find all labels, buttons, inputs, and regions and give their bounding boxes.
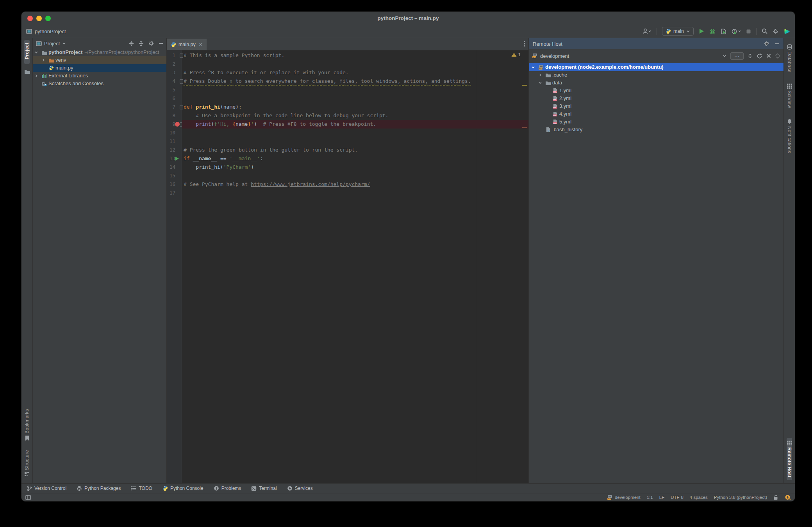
code-line-8[interactable]: # Use a breakpoint in the code line belo… <box>182 111 528 120</box>
status-1-1[interactable]: 1:1 <box>647 495 653 500</box>
status-python-3-8-pythonproject-[interactable]: Python 3.8 (pythonProject) <box>714 495 767 500</box>
expand-all-button[interactable] <box>129 41 134 46</box>
tree-row-4-yml[interactable]: YML4.yml <box>529 110 783 118</box>
toolwindow-tab-sciview[interactable]: SciView <box>787 81 792 111</box>
hide-project-panel-button[interactable] <box>159 41 163 46</box>
tree-row-main-py[interactable]: main.py <box>33 64 166 72</box>
code-line-16[interactable]: # See PyCharm help at https://www.jetbra… <box>182 180 528 189</box>
tree-row-venv[interactable]: venv <box>33 56 166 64</box>
gutter-line-5[interactable]: 5 <box>167 86 182 94</box>
toolwindow-button-python-packages[interactable]: Python Packages <box>77 486 121 491</box>
gutter-line-7[interactable]: 7 <box>167 103 182 111</box>
gutter-line-1[interactable]: 1 <box>167 51 182 60</box>
gutter-line-13[interactable]: 13 <box>167 154 182 163</box>
status-lf[interactable]: LF <box>659 495 664 500</box>
code-line-4[interactable]: # Press Double ⇧ to search everywhere fo… <box>182 77 528 86</box>
gutter-line-16[interactable]: 16 <box>167 180 182 189</box>
code-editor[interactable]: 1234567891011121314151617 # This is a sa… <box>167 50 528 483</box>
tree-row-external-libraries[interactable]: External Libraries <box>33 72 166 80</box>
search-everywhere-button[interactable] <box>762 28 768 34</box>
gutter-line-2[interactable]: 2 <box>167 60 182 68</box>
code-line-12[interactable]: # Press the green button in the gutter t… <box>182 146 528 154</box>
close-tab-icon[interactable]: ✕ <box>199 42 203 47</box>
event-status[interactable] <box>785 495 791 500</box>
gutter-line-6[interactable]: 6 <box>167 94 182 103</box>
inspections-widget[interactable]: 1 <box>511 52 521 57</box>
chevron-right-icon[interactable] <box>538 73 542 77</box>
chevron-right-icon[interactable] <box>34 74 38 78</box>
chevron-right-icon[interactable] <box>41 58 45 62</box>
gutter-line-9[interactable]: 9 <box>167 120 182 129</box>
jetbrains-logo-icon[interactable] <box>783 28 790 35</box>
unlock-status[interactable] <box>773 495 778 500</box>
code-line-5[interactable] <box>182 86 528 94</box>
status-4-spaces[interactable]: 4 spaces <box>690 495 708 500</box>
code-line-1[interactable]: # This is a sample Python script. <box>182 51 528 60</box>
debug-button[interactable] <box>709 29 716 34</box>
tree-row-3-yml[interactable]: YML3.yml <box>529 102 783 110</box>
project-panel-options-button[interactable] <box>148 41 154 46</box>
gutter-line-11[interactable]: 11 <box>167 137 182 146</box>
browse-connections-button[interactable]: ... <box>730 52 744 60</box>
code-line-13[interactable]: if __name__ == '__main__': <box>182 154 528 163</box>
collapse-all-button[interactable] <box>748 54 753 59</box>
tree-row--cache[interactable]: .cache <box>529 71 783 79</box>
code-line-11[interactable] <box>182 137 528 146</box>
remote-connection-select[interactable]: SFTP development <box>532 53 726 59</box>
chevron-down-icon[interactable] <box>531 65 535 69</box>
tree-row-1-yml[interactable]: YML1.yml <box>529 87 783 95</box>
tree-row-2-yml[interactable]: YML2.yml <box>529 95 783 102</box>
toolwindow-button-python-console[interactable]: Python Console <box>162 486 203 491</box>
remote-host-options-button[interactable] <box>764 41 769 46</box>
toolwindow-tab-project[interactable]: Project <box>24 40 30 64</box>
profiler-button[interactable] <box>732 29 741 34</box>
user-account-button[interactable] <box>642 28 651 34</box>
folder-button[interactable] <box>24 66 30 77</box>
code-line-3[interactable]: # Press ^R to execute it or replace it w… <box>182 68 528 77</box>
status-utf-8[interactable]: UTF-8 <box>671 495 684 500</box>
code-line-2[interactable] <box>182 60 528 68</box>
code-line-15[interactable] <box>182 171 528 180</box>
toolwindow-tab-bookmarks[interactable]: Bookmarks <box>24 406 30 443</box>
select-in-tree-button[interactable] <box>775 53 780 59</box>
code-line-17[interactable] <box>182 189 528 197</box>
editor-tab-main-py[interactable]: main.py ✕ <box>167 39 207 50</box>
run-configuration-select[interactable]: main <box>662 27 694 36</box>
zoom-window-button[interactable] <box>45 16 51 21</box>
toolwindow-button-services[interactable]: Services <box>287 486 313 491</box>
tree-row-development-node2-example-com-home-ubuntu-[interactable]: SFTPdevelopment (node2.example.com/home/… <box>529 63 783 71</box>
status-development[interactable]: SFTPdevelopment <box>607 495 641 500</box>
gutter-line-8[interactable]: 8 <box>167 111 182 120</box>
scrollbar-breakpoint-mark[interactable] <box>522 127 527 128</box>
code-line-7[interactable]: def print_hi(name): <box>182 103 528 111</box>
gutter-line-4[interactable]: 4 <box>167 77 182 86</box>
hide-remote-host-button[interactable] <box>775 41 780 46</box>
gutter-line-10[interactable]: 10 <box>167 129 182 137</box>
refresh-button[interactable] <box>757 53 762 59</box>
close-window-button[interactable] <box>27 16 33 21</box>
gutter-line-3[interactable]: 3 <box>167 68 182 77</box>
code-line-14[interactable]: print_hi('PyCharm') <box>182 163 528 171</box>
gutter-line-12[interactable]: 12 <box>167 146 182 154</box>
editor-gutter[interactable]: 1234567891011121314151617 <box>167 50 182 483</box>
collapse-all-button[interactable] <box>139 41 144 46</box>
tree-row-5-yml[interactable]: YML5.yml <box>529 118 783 126</box>
chevron-down-icon[interactable] <box>34 50 38 54</box>
tree-row--bash-history[interactable]: ?.bash_history <box>529 126 783 134</box>
code-line-9[interactable]: print(f'Hi, {name}') # Press ⌘F8 to togg… <box>182 120 528 129</box>
code-line-6[interactable] <box>182 94 528 103</box>
chevron-down-icon[interactable] <box>538 81 542 85</box>
toolwindow-button-todo[interactable]: TODO <box>131 486 152 491</box>
toolwindow-button-version-control[interactable]: Version Control <box>27 486 66 491</box>
toolwindow-layout-icon[interactable] <box>25 495 31 500</box>
toolwindow-tab-database[interactable]: Database <box>787 41 792 75</box>
run-with-coverage-button[interactable] <box>721 29 726 34</box>
toolwindow-tab-notifications[interactable]: Notifications <box>787 116 792 156</box>
toolwindow-button-terminal[interactable]: Terminal <box>251 486 277 491</box>
tree-row-scratches-and-consoles[interactable]: Scratches and Consoles <box>33 80 166 88</box>
tree-row-data[interactable]: data <box>529 79 783 87</box>
settings-button[interactable] <box>773 29 778 34</box>
tree-row-pythonproject[interactable]: pythonProject ~/PycharmProjects/pythonPr… <box>33 48 166 56</box>
scrollbar-warning-mark[interactable] <box>522 85 527 86</box>
code-line-10[interactable] <box>182 129 528 137</box>
